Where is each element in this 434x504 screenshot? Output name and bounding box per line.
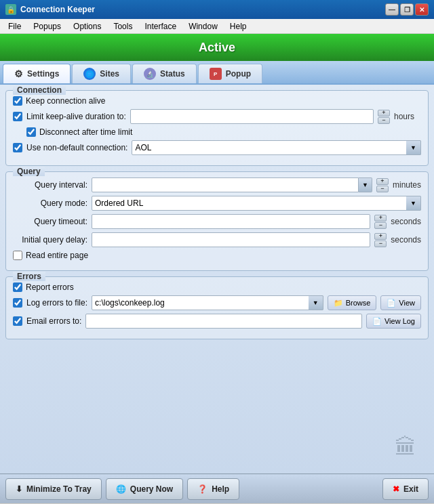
interval-inc-button[interactable]: + [376, 178, 389, 185]
timeout-unit: seconds [391, 217, 421, 226]
email-input[interactable]: admin@example.com [85, 314, 362, 329]
email-errors-checkbox[interactable] [13, 316, 22, 326]
restore-button[interactable]: ❐ [400, 3, 414, 16]
view-icon: 📄 [387, 299, 396, 308]
keep-alive-checkbox[interactable] [13, 96, 22, 106]
report-errors-label: Report errors [26, 282, 74, 292]
menu-bar: File Popups Options Tools Interface Wind… [0, 19, 434, 34]
tab-popup-label: Popup [226, 69, 251, 79]
interval-unit: minutes [393, 180, 421, 190]
gear-icon: ⚙ [14, 68, 23, 79]
delay-spin: + − [374, 233, 387, 247]
folder-icon: 📁 [334, 299, 343, 308]
log-icon: 📄 [372, 317, 382, 326]
popup-icon: P [210, 68, 222, 80]
timeout-spin: + − [374, 215, 387, 229]
initial-delay-label: Initial query delay: [13, 235, 87, 245]
timeout-inc-button[interactable]: + [374, 215, 387, 222]
limit-keepalive-input[interactable]: 1.5 [130, 109, 374, 124]
bottom-bar: ⬇ Minimize To Tray 🌐 Query Now ❓ Help ✖ … [0, 474, 434, 503]
minimize-button[interactable]: — [385, 3, 399, 16]
menu-options[interactable]: Options [68, 20, 106, 33]
menu-help[interactable]: Help [224, 20, 252, 33]
log-path-select[interactable]: c:\logs\conkeep.log [92, 295, 323, 310]
read-page-checkbox[interactable] [13, 251, 22, 260]
status-icon: 🔬 [144, 68, 156, 80]
query-mode-label: Query mode: [13, 198, 87, 208]
exit-button[interactable]: ✖ Exit [382, 478, 429, 500]
menu-interface[interactable]: Interface [139, 20, 182, 33]
keep-alive-label: Keep connection alive [26, 96, 105, 106]
tab-settings[interactable]: ⚙ Settings [3, 64, 71, 83]
delay-dec-button[interactable]: − [374, 240, 387, 247]
disconnect-checkbox[interactable] [26, 127, 36, 137]
keepalive-unit: hours [394, 112, 421, 121]
initial-delay-input[interactable]: 10 [92, 232, 370, 247]
menu-window[interactable]: Window [183, 20, 223, 33]
connection-section: Connection Keep connection alive Limit k… [5, 90, 429, 166]
watermark: 🏛 [395, 435, 429, 469]
limit-keepalive-label: Limit keep-alive duration to: [26, 112, 126, 121]
log-errors-checkbox[interactable] [13, 298, 22, 308]
query-section: Query Query interval: 1 ▼ + − minutes Qu… [5, 171, 429, 271]
log-errors-row: Log errors to file: c:\logs\conkeep.log … [13, 295, 421, 310]
connection-legend: Connection [13, 85, 66, 95]
email-errors-row: Email errors to: admin@example.com 📄 Vie… [13, 314, 421, 329]
tray-icon: ⬇ [16, 484, 22, 494]
view-log-button[interactable]: 📄 View Log [366, 314, 421, 329]
nondefault-label: Use non-default connection: [26, 143, 127, 152]
query-interval-label: Query interval: [13, 180, 87, 190]
query-interval-input[interactable]: 1 [92, 177, 359, 192]
read-page-label: Read entire page [26, 251, 88, 260]
window-controls: — ❐ ✕ [385, 3, 429, 16]
minimize-tray-button[interactable]: ⬇ Minimize To Tray [5, 478, 102, 500]
read-page-row: Read entire page [13, 251, 421, 260]
interval-dropdown-arrow[interactable]: ▼ [359, 177, 372, 192]
query-now-button[interactable]: 🌐 Query Now [106, 478, 183, 500]
limit-keepalive-row: Limit keep-alive duration to: 1.5 + − ho… [13, 109, 421, 124]
main-content: Connection Keep connection alive Limit k… [0, 85, 434, 474]
interval-spin: + − [376, 178, 389, 192]
nondefault-checkbox[interactable] [13, 143, 22, 152]
tab-sites[interactable]: 🌐 Sites [72, 64, 131, 83]
interval-dec-button[interactable]: − [376, 186, 389, 192]
initial-delay-row: Initial query delay: 10 + − seconds [13, 232, 421, 247]
report-errors-checkbox[interactable] [13, 282, 22, 292]
keepalive-inc-button[interactable]: + [378, 110, 390, 117]
errors-legend: Errors [13, 272, 45, 281]
log-errors-label: Log errors to file: [26, 298, 87, 308]
active-banner: Active [0, 34, 434, 61]
report-errors-row: Report errors [13, 282, 421, 292]
query-interval-row: Query interval: 1 ▼ + − minutes [13, 177, 421, 192]
tab-bar: ⚙ Settings 🌐 Sites 🔬 Status P Popup [0, 61, 434, 85]
tab-sites-label: Sites [100, 69, 119, 79]
nondefault-select[interactable]: AOL Default Dial-Up [132, 140, 421, 155]
tab-status-label: Status [160, 69, 185, 79]
title-bar: 🔒 Connection Keeper — ❐ ✕ [0, 0, 434, 19]
query-mode-row: Query mode: Ordered URL Random URL Singl… [13, 196, 421, 211]
query-icon: 🌐 [116, 484, 126, 494]
delay-inc-button[interactable]: + [374, 233, 387, 240]
menu-popups[interactable]: Popups [28, 20, 66, 33]
exit-icon: ✖ [393, 484, 399, 494]
view-button[interactable]: 📄 View [380, 295, 421, 310]
timeout-dec-button[interactable]: − [374, 222, 387, 229]
delay-unit: seconds [391, 235, 421, 245]
close-button[interactable]: ✕ [415, 3, 429, 16]
menu-tools[interactable]: Tools [108, 20, 138, 33]
help-button[interactable]: ❓ Help [187, 478, 239, 500]
query-timeout-row: Query timeout: 15 + − seconds [13, 214, 421, 229]
limit-keepalive-checkbox[interactable] [13, 112, 22, 121]
browse-button[interactable]: 📁 Browse [328, 295, 377, 310]
menu-file[interactable]: File [3, 20, 26, 33]
keepalive-dec-button[interactable]: − [378, 117, 390, 124]
tab-popup[interactable]: P Popup [198, 64, 262, 83]
query-timeout-input[interactable]: 15 [92, 214, 370, 229]
keep-alive-row: Keep connection alive [13, 96, 421, 106]
app-icon: 🔒 [5, 4, 16, 15]
app-title: Connection Keeper [20, 5, 95, 14]
nondefault-row: Use non-default connection: AOL Default … [13, 140, 421, 155]
help-icon: ❓ [197, 484, 208, 494]
tab-status[interactable]: 🔬 Status [132, 64, 197, 83]
query-mode-select[interactable]: Ordered URL Random URL Single URL [92, 196, 421, 211]
